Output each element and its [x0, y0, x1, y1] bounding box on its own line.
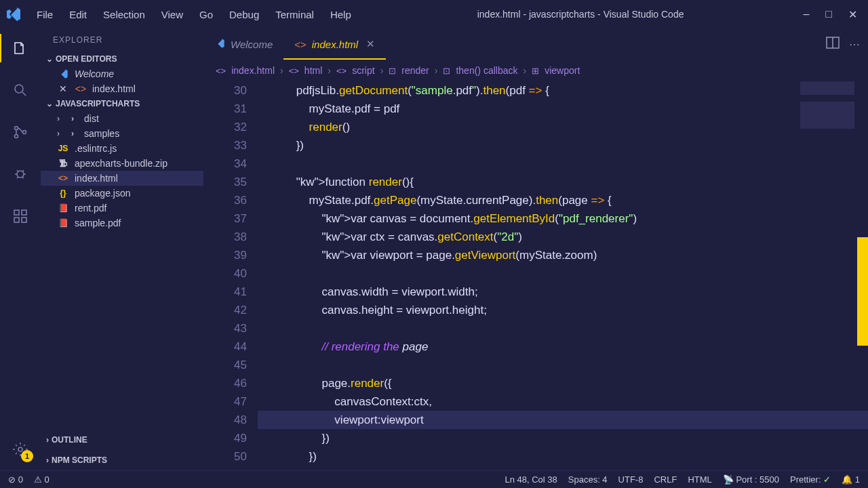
minimap[interactable]	[800, 81, 854, 149]
breadcrumb-separator: ›	[380, 65, 384, 76]
tree-item-label: sample.pdf	[75, 218, 121, 228]
errors-status[interactable]: ⊘ 0	[8, 474, 23, 485]
tree-item-label: package.json	[75, 188, 131, 199]
breadcrumb-separator: ›	[435, 65, 438, 76]
code-editor[interactable]: 3031323334353637383940414243444546474849…	[203, 81, 868, 470]
minimize-icon[interactable]: –	[803, 8, 809, 21]
menu-debug[interactable]: Debug	[222, 6, 266, 23]
tab-welcome[interactable]: Welcome	[203, 28, 283, 60]
svg-point-3	[23, 131, 26, 134]
breadcrumb-item[interactable]: html	[304, 65, 322, 76]
svg-point-0	[15, 85, 23, 93]
tree-item[interactable]: JS.eslintrc.js	[41, 141, 203, 156]
line-gutter: 3031323334353637383940414243444546474849…	[203, 81, 258, 470]
vscode-icon	[214, 38, 225, 51]
search-icon[interactable]	[10, 80, 31, 100]
encoding-status[interactable]: UTF-8	[618, 474, 644, 485]
tree-item[interactable]: ››dist	[41, 111, 203, 126]
svg-rect-5	[14, 210, 19, 215]
activity-bar: 1	[0, 28, 41, 470]
eol-status[interactable]: CRLF	[654, 474, 677, 485]
editor-tabs: Welcome <> index.html ✕ ⋯	[203, 28, 868, 60]
maximize-icon[interactable]: □	[825, 8, 832, 21]
menu-view[interactable]: View	[155, 6, 190, 23]
breadcrumb-icon: ⊡	[389, 66, 396, 76]
status-bar: ⊘ 0 ⚠ 0 Ln 48, Col 38 Spaces: 4 UTF-8 CR…	[0, 470, 868, 488]
tree-item[interactable]: 📕sample.pdf	[41, 216, 203, 230]
menu-help[interactable]: Help	[323, 6, 358, 23]
warnings-status[interactable]: ⚠ 0	[34, 474, 50, 485]
menu-edit[interactable]: Edit	[62, 6, 94, 23]
tree-item[interactable]: <>index.html	[41, 171, 203, 186]
svg-rect-7	[14, 218, 19, 222]
breadcrumb-item[interactable]: script	[352, 65, 374, 76]
extensions-icon[interactable]	[10, 206, 31, 226]
chevron-right-icon: ›	[57, 114, 60, 123]
outline-header[interactable]: ›OUTLINE	[41, 432, 203, 447]
notifications-icon[interactable]: 🔔 1	[842, 474, 860, 485]
chevron-right-icon: ›	[57, 129, 60, 138]
project-header[interactable]: ⌄JAVASCRIPTCHARTS	[41, 96, 203, 111]
source-control-icon[interactable]	[10, 122, 31, 142]
menu-file[interactable]: File	[30, 6, 60, 23]
close-icon[interactable]: ✕	[57, 83, 69, 94]
breadcrumb-item[interactable]: then() callback	[456, 65, 517, 76]
breadcrumb-separator: ›	[523, 65, 526, 76]
tree-item[interactable]: {}package.json	[41, 186, 203, 201]
sidebar-explorer: EXPLORER ⌄OPEN EDITORS Welcome ✕ <> inde…	[41, 28, 203, 470]
zip-icon: 🗜	[57, 159, 69, 168]
menu-bar: File Edit Selection View Go Debug Termin…	[30, 6, 358, 23]
tab-label: Welcome	[231, 39, 273, 50]
open-editor-index[interactable]: ✕ <> index.html	[41, 81, 203, 96]
tree-item-label: rent.pdf	[75, 203, 106, 214]
editor-area: Welcome <> index.html ✕ ⋯ <>index.html›<…	[203, 28, 868, 470]
more-icon[interactable]: ⋯	[849, 38, 860, 51]
indentation-status[interactable]: Spaces: 4	[568, 474, 608, 485]
debug-icon[interactable]	[10, 164, 31, 184]
menu-go[interactable]: Go	[193, 6, 220, 23]
open-editor-label: Welcome	[75, 68, 114, 79]
split-editor-icon[interactable]	[825, 35, 841, 54]
code-content[interactable]: pdfjsLib.getDocument("sample.pdf").then(…	[258, 81, 868, 470]
js-icon: JS	[57, 144, 69, 153]
explorer-title: EXPLORER	[41, 28, 203, 52]
title-bar: File Edit Selection View Go Debug Termin…	[0, 0, 868, 28]
scrollbar-marker[interactable]	[857, 237, 868, 346]
live-server-status[interactable]: 📡 Port : 5500	[723, 474, 779, 485]
close-icon[interactable]: ✕	[366, 38, 375, 50]
svg-point-2	[15, 135, 18, 138]
tree-item[interactable]: 🗜apexcharts-bundle.zip	[41, 156, 203, 171]
settings-badge: 1	[21, 450, 33, 462]
breadcrumb-icon: ⊞	[532, 66, 539, 76]
window-title: index.html - javascriptcharts - Visual S…	[358, 9, 804, 20]
breadcrumb-separator: ›	[328, 65, 331, 76]
cursor-position[interactable]: Ln 48, Col 38	[505, 474, 557, 485]
tree-item[interactable]: 📕rent.pdf	[41, 201, 203, 216]
breadcrumb-item[interactable]: viewport	[545, 65, 580, 76]
breadcrumb-item[interactable]: render	[401, 65, 429, 76]
open-editor-welcome[interactable]: Welcome	[41, 66, 203, 81]
language-status[interactable]: HTML	[688, 474, 711, 485]
chevron-right-icon: ›	[46, 435, 49, 445]
chevron-down-icon: ⌄	[46, 99, 53, 108]
chevron-right-icon: ›	[46, 455, 49, 465]
tree-item[interactable]: ››samples	[41, 126, 203, 141]
breadcrumb-item[interactable]: index.html	[231, 65, 275, 76]
breadcrumb-icon: <>	[216, 66, 226, 76]
tab-index[interactable]: <> index.html ✕	[283, 28, 386, 60]
vscode-logo-icon	[5, 6, 22, 22]
breadcrumb[interactable]: <>index.html›<>html›<>script›⊡render›⊡th…	[203, 60, 868, 81]
folder-icon: ›	[66, 114, 79, 123]
pdf-icon: 📕	[57, 218, 69, 228]
open-editors-header[interactable]: ⌄OPEN EDITORS	[41, 52, 203, 66]
close-icon[interactable]: ✕	[848, 8, 857, 21]
svg-point-9	[18, 447, 22, 451]
menu-terminal[interactable]: Terminal	[269, 6, 321, 23]
npm-scripts-header[interactable]: ›NPM SCRIPTS	[41, 453, 203, 468]
menu-selection[interactable]: Selection	[96, 6, 152, 23]
explorer-icon[interactable]	[10, 38, 31, 58]
prettier-status[interactable]: Prettier: ✓	[790, 474, 831, 485]
svg-rect-8	[22, 218, 26, 222]
tree-item-label: index.html	[75, 173, 118, 184]
settings-gear-icon[interactable]: 1	[10, 439, 31, 460]
